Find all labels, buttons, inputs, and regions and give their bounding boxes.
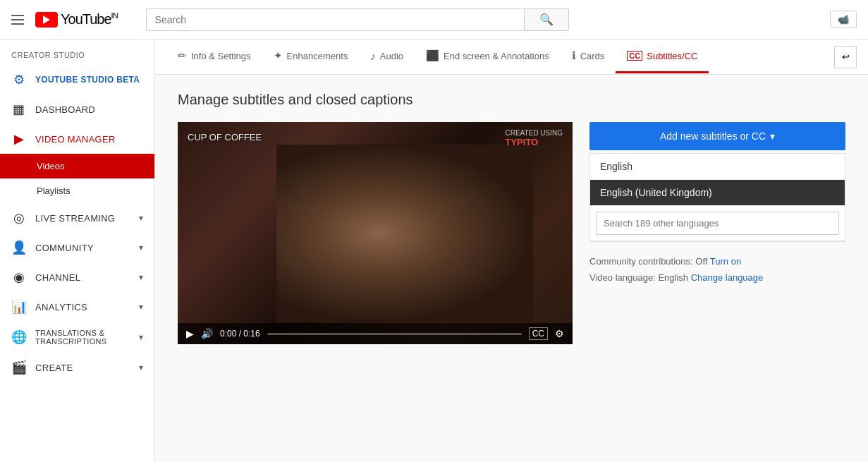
- video-controls: ▶ 🔊 0:00 / 0:16 CC ⚙: [178, 323, 573, 344]
- search-icon: 🔍: [539, 13, 554, 26]
- search-input[interactable]: [146, 8, 524, 31]
- sidebar-item-translations[interactable]: 🌐 TRANSLATIONS & TRANSCRIPTIONS ▾: [0, 322, 154, 353]
- end-screen-icon: ⬛: [426, 49, 439, 62]
- language-search-input[interactable]: [596, 212, 839, 235]
- created-using-overlay: CREATED USING TYPITO: [506, 129, 563, 147]
- video-title-overlay: CUP OF COFFEE: [188, 132, 262, 142]
- video-title-text: CUP OF COFFEE: [188, 132, 262, 142]
- chevron-down-icon: ▾: [139, 243, 143, 253]
- tab-cards[interactable]: ℹ Cards: [561, 39, 616, 74]
- change-language-link[interactable]: Change language: [691, 272, 764, 283]
- volume-button[interactable]: 🔊: [201, 328, 213, 339]
- search-button[interactable]: 🔍: [524, 8, 569, 31]
- sidebar-item-video-manager[interactable]: ▶ VIDEO MANAGER: [0, 124, 154, 154]
- language-item-english[interactable]: English: [590, 154, 845, 180]
- sidebar-item-label: DASHBOARD: [35, 104, 143, 115]
- sidebar-item-label: Playlists: [37, 186, 143, 196]
- community-contributions-status: Off: [695, 256, 707, 267]
- content-row: CUP OF COFFEE CREATED USING TYPITO ▶ 🔊 0…: [178, 122, 845, 344]
- video-language-label: Video language:: [589, 272, 656, 283]
- cards-icon: ℹ: [572, 49, 576, 62]
- tab-label: Audio: [380, 51, 403, 61]
- sidebar-item-live-streaming[interactable]: ◎ LIVE STREAMING ▾: [0, 203, 154, 233]
- sidebar-item-channel[interactable]: ◉ CHANNEL ▾: [0, 262, 154, 292]
- hamburger-menu[interactable]: [11, 15, 24, 25]
- chevron-down-icon: ▾: [139, 302, 143, 312]
- time-display: 0:00 / 0:16: [220, 329, 260, 339]
- right-panel: Add new subtitles or CC ▾ English Englis…: [589, 122, 845, 344]
- sidebar-item-yt-beta[interactable]: ⚙ YOUTUBE STUDIO BETA: [0, 65, 154, 95]
- tab-audio[interactable]: ♪ Audio: [359, 40, 415, 74]
- subtitles-icon: CC: [627, 51, 642, 61]
- video-language-value: English: [658, 272, 688, 283]
- sidebar-item-videos[interactable]: Videos: [0, 154, 154, 178]
- settings-button[interactable]: ⚙: [555, 328, 564, 339]
- add-subtitles-button[interactable]: Add new subtitles or CC ▾: [589, 122, 845, 150]
- chevron-down-icon: ▾: [139, 213, 143, 223]
- tab-subtitles[interactable]: CC Subtitles/CC: [616, 41, 709, 73]
- page-title: Manage subtitles and closed captions: [178, 92, 845, 108]
- community-icon: 👤: [11, 240, 27, 255]
- progress-bar[interactable]: [267, 333, 522, 335]
- community-contributions-label: Community contributions:: [589, 256, 693, 267]
- sidebar-item-community[interactable]: 👤 COMMUNITY ▾: [0, 233, 154, 262]
- community-info: Community contributions: Off Turn on Vid…: [589, 253, 845, 286]
- chevron-down-icon: ▾: [139, 332, 143, 342]
- creator-studio-label: CREATOR STUDIO: [0, 39, 154, 65]
- page-content: Manage subtitles and closed captions CUP…: [155, 75, 868, 361]
- channel-icon: ◉: [11, 269, 27, 285]
- sidebar: CREATOR STUDIO ⚙ YOUTUBE STUDIO BETA ▦ D…: [0, 39, 155, 462]
- gear-icon: ⚙: [11, 72, 27, 87]
- tab-label: Cards: [580, 51, 605, 61]
- sidebar-item-label: ANALYTICS: [35, 302, 130, 312]
- dropdown-arrow-icon: ▾: [770, 130, 775, 142]
- back-button[interactable]: ↩: [834, 46, 857, 68]
- sidebar-item-playlists[interactable]: Playlists: [0, 178, 154, 203]
- tab-end-screen[interactable]: ⬛ End screen & Annotations: [415, 39, 561, 74]
- sidebar-item-label: LIVE STREAMING: [35, 213, 130, 224]
- live-streaming-icon: ◎: [11, 210, 27, 226]
- audio-icon: ♪: [370, 50, 376, 62]
- sidebar-item-label: CHANNEL: [35, 272, 130, 283]
- top-header: YouTubeIN 🔍 📹: [0, 0, 868, 39]
- tab-label: Enhancements: [287, 51, 348, 61]
- video-manager-icon: ▶: [11, 131, 27, 147]
- tab-info-settings[interactable]: ✏ Info & Settings: [166, 39, 262, 74]
- sidebar-item-label: YOUTUBE STUDIO BETA: [35, 75, 143, 85]
- analytics-icon: 📊: [11, 299, 27, 315]
- sidebar-item-label: TRANSLATIONS & TRANSCRIPTIONS: [35, 329, 130, 346]
- pencil-icon: ✏: [178, 49, 187, 62]
- language-list: English English (United Kingdom): [589, 153, 845, 242]
- video-player[interactable]: CUP OF COFFEE CREATED USING TYPITO ▶ 🔊 0…: [178, 122, 573, 344]
- main-layout: CREATOR STUDIO ⚙ YOUTUBE STUDIO BETA ▦ D…: [0, 39, 868, 462]
- upload-icon: 📹: [838, 14, 849, 25]
- sidebar-item-dashboard[interactable]: ▦ DASHBOARD: [0, 95, 154, 124]
- sidebar-item-create[interactable]: 🎬 CREATE ▾: [0, 353, 154, 382]
- tab-enhancements[interactable]: ✦ Enhancements: [262, 39, 360, 74]
- youtube-logo-text: YouTubeIN: [61, 11, 118, 28]
- video-language-row: Video language: English Change language: [589, 269, 845, 286]
- sidebar-item-label: COMMUNITY: [35, 243, 130, 253]
- language-item-label: English: [600, 161, 632, 172]
- sidebar-item-label: CREATE: [35, 363, 130, 373]
- main-content: ✏ Info & Settings ✦ Enhancements ♪ Audio…: [155, 39, 868, 462]
- header-right: 📹: [830, 11, 857, 28]
- cc-button[interactable]: CC: [529, 327, 548, 340]
- translations-icon: 🌐: [11, 329, 27, 345]
- language-item-english-uk[interactable]: English (United Kingdom): [590, 180, 845, 206]
- tab-label: Subtitles/CC: [647, 51, 697, 61]
- sidebar-item-label: VIDEO MANAGER: [35, 134, 143, 145]
- youtube-logo-icon: [35, 12, 58, 28]
- turn-on-link[interactable]: Turn on: [710, 256, 741, 267]
- back-arrow-icon: ↩: [842, 51, 850, 62]
- upload-button[interactable]: 📹: [830, 11, 857, 28]
- dashboard-icon: ▦: [11, 102, 27, 117]
- video-thumbnail: [178, 122, 573, 344]
- chevron-down-icon: ▾: [139, 363, 143, 372]
- sidebar-item-analytics[interactable]: 📊 ANALYTICS ▾: [0, 292, 154, 322]
- header-left: YouTubeIN: [11, 11, 118, 28]
- logo-area: YouTubeIN: [35, 11, 118, 28]
- video-container: CUP OF COFFEE CREATED USING TYPITO ▶ 🔊 0…: [178, 122, 573, 344]
- play-button[interactable]: ▶: [186, 328, 194, 339]
- tab-label: End screen & Annotations: [444, 51, 549, 61]
